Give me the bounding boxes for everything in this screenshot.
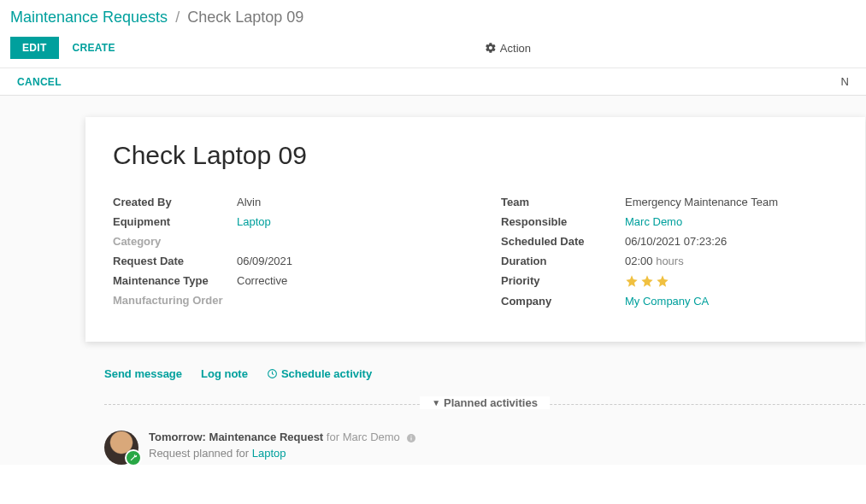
activity-line2: Request planned for Laptop xyxy=(149,447,416,460)
star-icon[interactable] xyxy=(625,274,639,288)
label-request-date: Request Date xyxy=(113,255,237,267)
form-sheet: Check Laptop 09 Created ByAlvin Equipmen… xyxy=(85,117,865,342)
page-title: Check Laptop 09 xyxy=(113,141,838,170)
planned-activities-separator: ▼ Planned activities xyxy=(104,404,865,405)
svg-rect-2 xyxy=(411,437,412,441)
value-team: Emergency Maintenance Team xyxy=(625,196,838,208)
activity-type-badge xyxy=(125,449,142,465)
label-maintenance-type: Maintenance Type xyxy=(113,274,237,287)
label-company: Company xyxy=(501,295,625,308)
send-message-button[interactable]: Send message xyxy=(104,367,182,380)
label-scheduled-date: Scheduled Date xyxy=(501,235,625,248)
log-note-button[interactable]: Log note xyxy=(201,367,248,380)
edit-button[interactable]: EDIT xyxy=(10,37,59,59)
label-created-by: Created By xyxy=(113,196,237,208)
label-manufacturing-order: Manufacturing Order xyxy=(113,294,237,307)
label-category: Category xyxy=(113,235,237,248)
breadcrumb-sep: / xyxy=(175,9,180,26)
activity-line1: Tomorrow: Maintenance Request for Marc D… xyxy=(149,431,416,443)
schedule-activity-button[interactable]: Schedule activity xyxy=(267,367,372,380)
planned-activities-toggle[interactable]: ▼ Planned activities xyxy=(420,396,550,409)
value-manufacturing-order xyxy=(237,294,450,307)
action-label: Action xyxy=(500,42,531,55)
svg-rect-3 xyxy=(411,436,412,437)
caret-down-icon: ▼ xyxy=(432,398,440,407)
label-duration: Duration xyxy=(501,255,625,267)
value-duration: 02:00 hours xyxy=(625,255,838,267)
breadcrumb: Maintenance Requests / Check Laptop 09 xyxy=(10,9,856,26)
label-responsible: Responsible xyxy=(501,215,625,228)
avatar[interactable] xyxy=(104,431,138,465)
star-icon[interactable] xyxy=(656,274,669,288)
breadcrumb-current: Check Laptop 09 xyxy=(187,9,303,26)
clock-icon xyxy=(267,368,278,379)
gear-icon xyxy=(485,42,497,54)
value-priority[interactable] xyxy=(625,274,838,288)
value-created-by: Alvin xyxy=(237,196,450,208)
cancel-button[interactable]: CANCEL xyxy=(17,76,62,88)
activity-summary-link[interactable]: Laptop xyxy=(252,447,286,460)
wrench-icon xyxy=(129,454,138,462)
value-responsible[interactable]: Marc Demo xyxy=(625,215,682,228)
value-scheduled-date: 06/10/2021 07:23:26 xyxy=(625,235,838,248)
label-equipment: Equipment xyxy=(113,215,237,228)
create-button[interactable]: CREATE xyxy=(73,42,115,54)
statusbar-stage[interactable]: N xyxy=(836,75,849,88)
star-icon[interactable] xyxy=(640,274,654,288)
action-dropdown[interactable]: Action xyxy=(485,42,531,55)
label-team: Team xyxy=(501,196,625,208)
value-company[interactable]: My Company CA xyxy=(625,295,709,308)
value-category xyxy=(237,235,450,248)
value-maintenance-type: Corrective xyxy=(237,274,450,287)
breadcrumb-root[interactable]: Maintenance Requests xyxy=(10,9,168,26)
activity-item: Tomorrow: Maintenance Request for Marc D… xyxy=(104,431,865,465)
value-request-date: 06/09/2021 xyxy=(237,255,450,267)
label-priority: Priority xyxy=(501,274,625,288)
value-equipment[interactable]: Laptop xyxy=(237,215,271,228)
info-icon[interactable] xyxy=(406,433,416,443)
